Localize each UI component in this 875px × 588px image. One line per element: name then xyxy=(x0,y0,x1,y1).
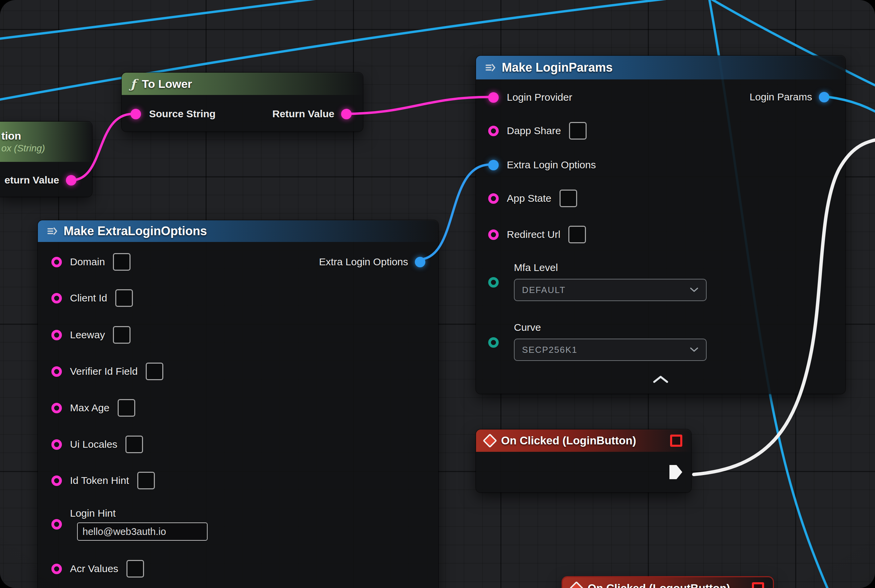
node-title: On Clicked (LoginButton) xyxy=(501,434,636,447)
pin-redirect-url[interactable] xyxy=(488,230,499,240)
pin-row-source-string: Source String xyxy=(131,105,216,123)
pin-label: Login Provider xyxy=(507,92,572,103)
pin-row-dapp-share: Dapp Share xyxy=(488,122,586,140)
event-diamond-icon xyxy=(569,581,583,588)
pin-label: Leeway xyxy=(70,329,105,340)
collapse-node-button[interactable] xyxy=(652,375,669,385)
pin-label: Verifier Id Field xyxy=(70,366,138,377)
curve-dropdown[interactable]: SECP256K1 xyxy=(514,339,707,361)
pin-return-value[interactable] xyxy=(66,175,77,186)
pin-app-state[interactable] xyxy=(488,193,499,204)
pin-label: Source String xyxy=(149,108,216,120)
pin-row-max-age: Max Age xyxy=(51,399,135,417)
pin-client-id[interactable] xyxy=(51,293,62,303)
pin-row-acr-values: Acr Values xyxy=(51,560,144,578)
exec-output-pin[interactable] xyxy=(669,465,682,479)
blueprint-canvas[interactable]: tion ox (String) eturn Value ƒ To Lower … xyxy=(0,0,875,588)
pin-row-extra-login-options-in: Extra Login Options xyxy=(488,156,596,174)
node-on-clicked-logout-button[interactable]: On Clicked (LogoutButton) xyxy=(562,577,773,588)
node-to-lower[interactable]: ƒ To Lower Source String Return Value xyxy=(122,73,363,132)
node-make-login-params[interactable]: Make LoginParams Login Provider Login Pa… xyxy=(476,56,845,394)
leeway-checkbox[interactable] xyxy=(113,326,131,344)
pin-label: Return Value xyxy=(272,108,334,120)
pin-domain[interactable] xyxy=(51,257,62,267)
delegate-pin[interactable] xyxy=(670,435,682,447)
pin-label: Extra Login Options xyxy=(507,159,596,171)
node-title: Make ExtraLoginOptions xyxy=(63,224,207,238)
node-header[interactable]: Make ExtraLoginOptions xyxy=(38,220,438,242)
pin-label: eturn Value xyxy=(5,174,59,186)
pin-return-value[interactable] xyxy=(341,109,352,119)
pin-login-hint[interactable] xyxy=(51,519,62,530)
pin-row-verifier-id-field: Verifier Id Field xyxy=(51,362,163,381)
event-diamond-icon xyxy=(483,434,497,448)
pin-label: Domain xyxy=(70,256,105,268)
pin-extra-login-options-out[interactable] xyxy=(415,257,425,267)
max-age-checkbox[interactable] xyxy=(118,399,135,417)
pin-row-login-provider: Login Provider xyxy=(488,88,572,106)
dapp-share-checkbox[interactable] xyxy=(569,122,586,140)
pin-leeway[interactable] xyxy=(51,330,62,340)
pin-verifier-id-field[interactable] xyxy=(51,366,62,377)
pin-label: Max Age xyxy=(70,402,110,414)
node-header[interactable]: ƒ To Lower xyxy=(122,73,363,95)
pin-login-provider[interactable] xyxy=(488,92,499,103)
node-header[interactable]: On Clicked (LoginButton) xyxy=(476,429,691,452)
pin-row-ui-locales: Ui Locales xyxy=(51,435,143,453)
function-icon: ƒ xyxy=(131,77,136,91)
node-subtitle: ox (String) xyxy=(2,143,45,154)
pin-label: Id Token Hint xyxy=(70,475,129,486)
pin-curve[interactable] xyxy=(488,337,499,348)
wire-tolower-to-login-provider[interactable] xyxy=(343,97,490,114)
pin-row-client-id: Client Id xyxy=(51,289,133,307)
pin-label: Acr Values xyxy=(70,563,118,574)
acr-values-checkbox[interactable] xyxy=(126,560,144,578)
pin-mfa-level[interactable] xyxy=(488,277,499,288)
pin-label: Ui Locales xyxy=(70,439,117,450)
node-on-clicked-login-button[interactable]: On Clicked (LoginButton) xyxy=(476,429,691,492)
node-title: On Clicked (LogoutButton) xyxy=(588,582,730,588)
pin-row-return-value: Return Value xyxy=(272,105,352,123)
chevron-down-icon xyxy=(690,287,699,292)
node-make-extra-login-options[interactable]: Make ExtraLoginOptions Domain Extra Logi… xyxy=(38,220,438,588)
client-id-checkbox[interactable] xyxy=(115,289,133,307)
pin-row-app-state: App State xyxy=(488,189,577,207)
node-header[interactable]: Make LoginParams xyxy=(476,56,845,80)
verifier-id-field-checkbox[interactable] xyxy=(146,363,163,380)
pin-label: Dapp Share xyxy=(507,125,561,136)
make-struct-icon xyxy=(47,226,57,237)
pin-row-leeway: Leeway xyxy=(51,326,131,344)
node-partial-function[interactable]: tion ox (String) eturn Value xyxy=(0,122,92,196)
chevron-up-icon xyxy=(652,375,669,384)
pin-row-id-token-hint: Id Token Hint xyxy=(51,471,155,490)
node-title: Make LoginParams xyxy=(502,60,613,75)
wire-cyan-topleft-2[interactable] xyxy=(0,0,385,40)
mfa-level-dropdown[interactable]: DEFAULT xyxy=(514,279,707,301)
pin-dapp-share[interactable] xyxy=(488,126,499,136)
pin-source-string[interactable] xyxy=(131,109,141,119)
node-header[interactable]: tion ox (String) xyxy=(0,122,92,162)
mfa-level-value: DEFAULT xyxy=(522,285,566,296)
pin-acr-values[interactable] xyxy=(51,564,62,574)
domain-checkbox[interactable] xyxy=(113,253,131,271)
redirect-url-checkbox[interactable] xyxy=(568,226,586,243)
pin-row-return-value: eturn Value xyxy=(5,171,77,189)
pin-label: App State xyxy=(507,193,552,204)
node-header[interactable]: On Clicked (LogoutButton) xyxy=(562,577,773,588)
pin-row-redirect-url: Redirect Url xyxy=(488,225,586,244)
make-struct-icon xyxy=(485,62,496,73)
id-token-hint-checkbox[interactable] xyxy=(137,472,155,489)
ui-locales-checkbox[interactable] xyxy=(125,436,143,453)
app-state-checkbox[interactable] xyxy=(559,190,577,207)
pin-ui-locales[interactable] xyxy=(51,439,62,450)
pin-id-token-hint[interactable] xyxy=(51,476,62,486)
chevron-down-icon xyxy=(690,347,699,352)
pin-max-age[interactable] xyxy=(51,403,62,413)
pin-login-params-out[interactable] xyxy=(819,92,829,102)
login-hint-label: Login Hint xyxy=(70,508,116,519)
login-hint-input[interactable] xyxy=(77,522,207,541)
node-title: tion xyxy=(2,130,21,142)
pin-label: Client Id xyxy=(70,292,107,304)
delegate-pin[interactable] xyxy=(752,582,764,588)
pin-extra-login-options-in[interactable] xyxy=(488,160,499,170)
